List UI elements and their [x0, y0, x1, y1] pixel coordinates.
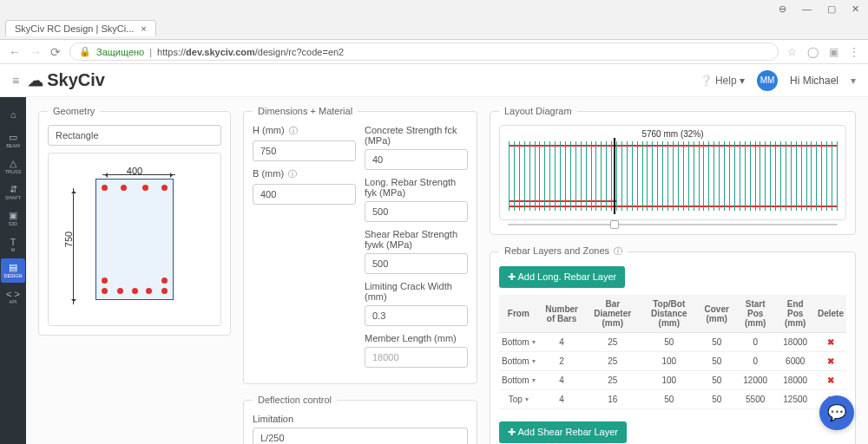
fck-label: Concrete Strength fck (MPa) — [365, 125, 468, 146]
sidebar-item-beam[interactable]: ▭BEAM — [1, 128, 25, 153]
reload-icon[interactable]: ⟳ — [50, 45, 61, 59]
secure-label: Защищено — [96, 47, 144, 57]
dimensions-legend: Dimensions + Material — [253, 106, 358, 116]
shape-select[interactable]: Rectangle — [48, 125, 221, 146]
b-input[interactable] — [253, 184, 356, 205]
stirrup-line — [581, 141, 582, 211]
deflection-panel: Deflection control LimitationL/250 Load … — [243, 395, 477, 444]
cross-section — [95, 179, 174, 300]
table-header: Bar Diameter (mm) — [585, 295, 640, 333]
h-input[interactable] — [253, 140, 356, 161]
delete-row-icon[interactable]: ✖ — [827, 375, 834, 385]
back-icon[interactable]: ← — [9, 45, 21, 59]
address-bar[interactable]: 🔒 Защищено | https://dev.skyciv.com/desi… — [69, 42, 779, 61]
diagram-slider[interactable] — [508, 224, 838, 225]
stirrup-line — [652, 141, 653, 211]
crack-label: Limiting Crack Width (mm) — [365, 281, 468, 302]
fyk-input[interactable] — [365, 201, 468, 222]
arrow-height-icon — [73, 188, 74, 304]
stirrup-line — [719, 141, 720, 211]
sidebar-item-home[interactable]: ⌂ — [1, 102, 25, 127]
sidebar-item-m[interactable]: TM — [1, 232, 25, 257]
delete-row-icon[interactable]: ✖ — [827, 337, 834, 347]
stirrup-line — [796, 141, 797, 211]
stirrup-line — [837, 141, 838, 211]
tab-close-icon[interactable]: × — [141, 23, 146, 34]
stirrup-line — [821, 141, 822, 211]
minimize-icon[interactable]: — — [802, 3, 812, 15]
h-label: H (mm) ⓘ — [253, 125, 356, 137]
app-logo[interactable]: ☁ SkyCiv — [28, 70, 105, 90]
stirrup-line — [647, 141, 648, 211]
stirrup-line — [524, 141, 525, 211]
info-icon[interactable]: ⓘ — [289, 126, 298, 135]
table-header: From — [499, 295, 538, 333]
stirrup-line — [801, 141, 802, 211]
window-controls: ⊖ — ▢ ✕ — [0, 0, 868, 18]
fck-input[interactable] — [365, 149, 468, 170]
stirrup-line — [575, 141, 576, 211]
stirrup-line — [544, 141, 545, 211]
table-header: Cover (mm) — [699, 295, 735, 333]
sidebar-item-s3d[interactable]: ▣S3D — [1, 206, 25, 231]
sidebar-item-shaft[interactable]: ⇵SHAFT — [1, 180, 25, 205]
chat-button[interactable]: 💬 — [819, 395, 854, 430]
stirrup-line — [514, 141, 515, 211]
limitation-select[interactable]: L/250 — [253, 428, 468, 444]
sidebar-item-design[interactable]: ▤DESIGN — [1, 258, 25, 283]
geometry-canvas: 400 750 — [48, 153, 221, 326]
add-shear-rebar-button[interactable]: ✚ Add Shear Rebar Layer — [499, 421, 627, 443]
help-link[interactable]: ❔ Help ▾ — [700, 75, 745, 87]
table-header: Delete — [815, 295, 846, 333]
user-icon[interactable]: ⊖ — [779, 3, 786, 15]
stirrup-line — [637, 141, 638, 211]
stirrup-line — [703, 141, 704, 211]
shield-icon[interactable]: ◯ — [807, 46, 819, 58]
table-row: Top ▾4165050550012500✖ — [499, 390, 846, 409]
stirrup-line — [529, 141, 530, 211]
browser-tab[interactable]: SkyCiv RC Design | SkyCi... × — [5, 20, 156, 36]
from-cell[interactable]: Bottom ▾ — [499, 371, 538, 390]
sidebar: ⌂▭BEAM△TRUSS⇵SHAFT▣S3DTM▤DESIGN< >API — [0, 97, 26, 444]
from-cell[interactable]: Bottom ▾ — [499, 333, 538, 352]
crack-input[interactable] — [365, 305, 468, 326]
avatar[interactable]: MM — [757, 70, 778, 91]
fywk-input[interactable] — [365, 253, 468, 274]
chevron-down-icon: ▾ — [532, 357, 536, 365]
star-icon[interactable]: ☆ — [787, 46, 797, 58]
stirrup-line — [688, 141, 689, 211]
close-icon[interactable]: ✕ — [852, 3, 859, 15]
add-long-rebar-button[interactable]: ✚ Add Long. Rebar Layer — [499, 266, 625, 288]
maximize-icon[interactable]: ▢ — [827, 3, 836, 15]
table-header: Top/Bot Distance (mm) — [640, 295, 698, 333]
table-header: Number of Bars — [538, 295, 586, 333]
stirrup-line — [673, 141, 674, 211]
cloud-icon: ☁ — [28, 71, 43, 90]
arrow-width-icon — [102, 174, 175, 175]
ext-icon[interactable]: ▣ — [829, 46, 838, 58]
stirrup-line — [775, 141, 776, 211]
stirrup-line — [786, 141, 786, 211]
sidebar-item-api[interactable]: < >API — [1, 284, 25, 309]
stirrup-line — [591, 141, 592, 211]
len-input[interactable] — [365, 347, 468, 368]
hamburger-icon[interactable]: ≡ — [12, 74, 19, 88]
stirrup-line — [832, 141, 832, 211]
truss-icon: △ — [10, 158, 16, 169]
info-icon[interactable]: ⓘ — [288, 169, 297, 179]
from-cell[interactable]: Top ▾ — [499, 390, 538, 409]
from-cell[interactable]: Bottom ▾ — [499, 352, 538, 371]
info-icon[interactable]: ⓘ — [614, 246, 622, 256]
stirrup-line — [816, 141, 817, 211]
user-caret-icon[interactable]: ▾ — [851, 75, 856, 87]
stirrup-line — [683, 141, 684, 211]
menu-icon[interactable]: ⋮ — [849, 46, 859, 58]
delete-row-icon[interactable]: ✖ — [827, 356, 834, 366]
stirrup-line — [724, 141, 725, 211]
sidebar-item-truss[interactable]: △TRUSS — [1, 154, 25, 179]
T-icon: T — [10, 237, 16, 247]
forward-icon[interactable]: → — [30, 45, 42, 59]
stirrup-line — [791, 141, 792, 211]
address-row: ← → ⟳ 🔒 Защищено | https://dev.skyciv.co… — [0, 40, 868, 64]
position-marker[interactable] — [614, 138, 615, 214]
